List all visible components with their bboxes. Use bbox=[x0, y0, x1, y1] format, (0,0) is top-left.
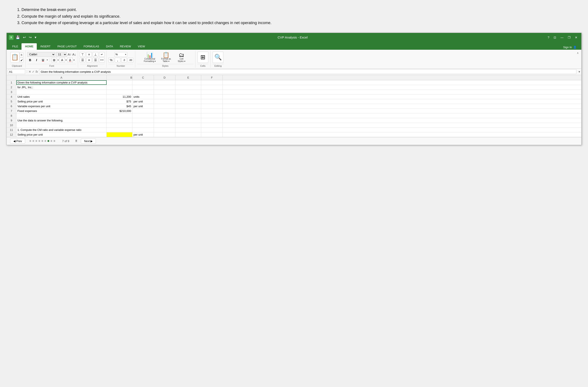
increase-decimal-button[interactable]: .0 bbox=[121, 58, 127, 62]
cell-d2[interactable] bbox=[154, 85, 175, 90]
italic-button[interactable]: I bbox=[34, 58, 39, 62]
merge-button[interactable]: ⟺ bbox=[99, 58, 105, 62]
formula-expand-icon[interactable]: ▾ bbox=[579, 70, 580, 73]
bold-button[interactable]: B bbox=[27, 58, 33, 62]
cell-reference-input[interactable] bbox=[8, 69, 25, 74]
col-header-e[interactable]: E bbox=[175, 75, 201, 80]
cell-d9[interactable] bbox=[154, 118, 175, 123]
cell-d8[interactable] bbox=[154, 114, 175, 118]
cell-b10[interactable] bbox=[107, 123, 132, 127]
undo-icon[interactable]: ↩ bbox=[22, 35, 27, 40]
fill-color-button[interactable]: A bbox=[60, 58, 65, 62]
cell-f6[interactable] bbox=[201, 104, 223, 109]
cell-d6[interactable] bbox=[154, 104, 175, 109]
paste-button[interactable]: 📋 bbox=[10, 52, 19, 62]
cells-main-button[interactable]: ⊞ bbox=[198, 52, 208, 63]
col-header-a[interactable]: A bbox=[16, 75, 107, 80]
cell-d1[interactable] bbox=[154, 80, 175, 85]
cell-e11[interactable] bbox=[175, 128, 201, 132]
cell-b9[interactable] bbox=[107, 118, 132, 123]
cell-a6[interactable]: Variable expenses per unit bbox=[16, 104, 107, 109]
save-icon[interactable]: 💾 bbox=[15, 35, 21, 40]
cell-a11[interactable]: 1. Compute the CM ratio and variable exp… bbox=[16, 128, 107, 132]
copy-button[interactable]: ⎘ bbox=[20, 52, 23, 57]
cell-f11[interactable] bbox=[201, 128, 223, 132]
cell-e12[interactable] bbox=[175, 132, 201, 137]
expand-ribbon-button[interactable]: ∧ bbox=[577, 51, 579, 54]
ribbon-toggle[interactable]: ⊡ bbox=[552, 35, 558, 40]
cell-e7[interactable] bbox=[175, 109, 201, 113]
cell-b12[interactable] bbox=[107, 132, 132, 137]
cell-a10[interactable] bbox=[16, 123, 107, 127]
close-button[interactable]: ✕ bbox=[573, 35, 579, 40]
cell-f3[interactable] bbox=[201, 90, 223, 94]
minimize-button[interactable]: — bbox=[559, 35, 565, 40]
cell-c10[interactable] bbox=[132, 123, 154, 127]
format-table-button[interactable]: 📋 Format asTable ▾ bbox=[160, 51, 172, 63]
cell-b7[interactable]: $210,000 bbox=[107, 109, 132, 113]
cell-e1[interactable] bbox=[175, 80, 201, 85]
editing-main-button[interactable]: 🔍 bbox=[213, 52, 223, 63]
fill-arrow[interactable]: ▾ bbox=[65, 59, 67, 61]
insert-function-icon[interactable]: fx bbox=[36, 70, 38, 73]
cell-c11[interactable] bbox=[132, 128, 154, 132]
cell-c3[interactable] bbox=[132, 90, 154, 94]
cell-e2[interactable] bbox=[175, 85, 201, 90]
cell-c7[interactable] bbox=[132, 109, 154, 113]
cell-b8[interactable] bbox=[107, 114, 132, 118]
cell-f12[interactable] bbox=[201, 132, 223, 137]
customize-icon[interactable]: ▾ bbox=[34, 35, 37, 40]
cell-d11[interactable] bbox=[154, 128, 175, 132]
cell-e8[interactable] bbox=[175, 114, 201, 118]
tab-home[interactable]: HOME bbox=[21, 43, 37, 50]
cell-b6[interactable]: $45 bbox=[107, 104, 132, 109]
cell-a12[interactable]: Selling price per unit bbox=[16, 132, 107, 137]
tab-page-layout[interactable]: PAGE LAYOUT bbox=[54, 43, 80, 50]
decrease-decimal-button[interactable]: .00 bbox=[128, 58, 133, 62]
cell-a4[interactable]: Unit sales bbox=[16, 94, 107, 99]
tab-data[interactable]: DATA bbox=[103, 43, 117, 50]
prev-button[interactable]: ◀ Prev bbox=[10, 139, 25, 144]
cell-d7[interactable] bbox=[154, 109, 175, 113]
cell-b3[interactable] bbox=[107, 90, 132, 94]
cell-e4[interactable] bbox=[175, 94, 201, 99]
font-name-select[interactable]: Calibri bbox=[27, 52, 55, 57]
cell-c8[interactable] bbox=[132, 114, 154, 118]
font-color-arrow[interactable]: ▾ bbox=[74, 59, 75, 61]
cell-styles-button[interactable]: 🗂 CellStyles ▾ bbox=[175, 51, 188, 63]
cell-c5[interactable]: per unit bbox=[132, 99, 154, 104]
cell-a5[interactable]: Selling price per unit bbox=[16, 99, 107, 104]
cancel-formula-icon[interactable]: ✕ bbox=[29, 70, 31, 73]
conditional-formatting-button[interactable]: 📊 ConditionalFormatting ▾ bbox=[143, 51, 157, 63]
cell-f10[interactable] bbox=[201, 123, 223, 127]
cell-f9[interactable] bbox=[201, 118, 223, 123]
tab-formulas[interactable]: FORMULAS bbox=[80, 43, 103, 50]
col-header-f[interactable]: F bbox=[201, 75, 223, 80]
tab-file[interactable]: FILE bbox=[9, 43, 21, 50]
cell-d10[interactable] bbox=[154, 123, 175, 127]
tab-review[interactable]: REVIEW bbox=[117, 43, 134, 50]
cell-f5[interactable] bbox=[201, 99, 223, 104]
cell-d12[interactable] bbox=[154, 132, 175, 137]
cell-d4[interactable] bbox=[154, 94, 175, 99]
decrease-font-button[interactable]: A↓ bbox=[72, 52, 76, 56]
cell-e10[interactable] bbox=[175, 123, 201, 127]
cell-a2[interactable]: for JPL, Inc.: bbox=[16, 85, 107, 90]
cell-e3[interactable] bbox=[175, 90, 201, 94]
cell-d3[interactable] bbox=[154, 90, 175, 94]
align-right-button[interactable]: ☰ bbox=[93, 58, 98, 62]
cell-a8[interactable] bbox=[16, 114, 107, 118]
cell-c4[interactable]: units bbox=[132, 94, 154, 99]
col-header-b[interactable]: B bbox=[107, 75, 132, 80]
wrap-text-button[interactable]: ↵ bbox=[99, 52, 105, 57]
cell-a1[interactable]: Given the following information complete… bbox=[16, 80, 107, 85]
cell-a9[interactable]: Use the data to answer the following. bbox=[16, 118, 107, 123]
help-button[interactable]: ? bbox=[546, 35, 551, 40]
col-header-d[interactable]: D bbox=[154, 75, 175, 80]
cell-f1[interactable] bbox=[201, 80, 223, 85]
confirm-formula-icon[interactable]: ✓ bbox=[32, 70, 35, 73]
cell-f4[interactable] bbox=[201, 94, 223, 99]
underline-arrow[interactable]: ▾ bbox=[47, 59, 48, 61]
cell-c9[interactable] bbox=[132, 118, 154, 123]
sign-in-button[interactable]: Sign In 👤 bbox=[561, 45, 579, 50]
